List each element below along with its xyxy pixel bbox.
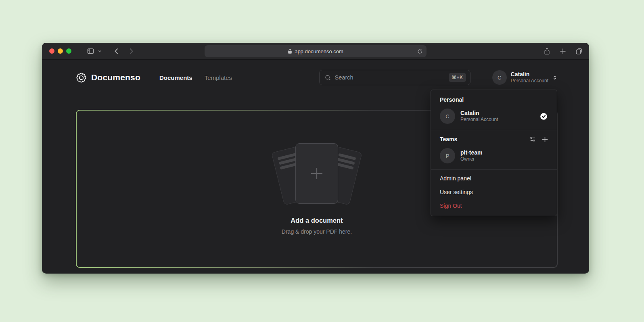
personal-account-item[interactable]: C Catalin Personal Account <box>431 107 557 129</box>
main-nav: Documents Templates <box>159 74 232 81</box>
account-menu-trigger[interactable]: C Catalin Personal Account <box>492 70 558 85</box>
brand-name: Documenso <box>91 73 140 82</box>
account-name: Catalin <box>460 109 498 117</box>
personal-section-label: Personal <box>431 92 557 107</box>
traffic-lights <box>49 48 71 54</box>
search-shortcut-badge: ⌘+K <box>449 73 466 82</box>
minimize-icon[interactable] <box>58 48 63 54</box>
browser-window: app.documenso.com <box>42 43 589 274</box>
menu-item-admin-panel[interactable]: Admin panel <box>431 171 557 185</box>
avatar: P <box>440 148 455 163</box>
app-header: Documenso Documents Templates ⌘+K C Cata… <box>76 66 558 89</box>
dropzone-title: Add a document <box>291 217 343 224</box>
forward-icon <box>129 48 134 55</box>
divider <box>431 169 557 170</box>
account-subtitle: Personal Account <box>460 117 498 123</box>
dropzone-subtitle: Drag & drop your PDF here. <box>282 228 352 235</box>
browser-toolbar: app.documenso.com <box>42 43 589 60</box>
chevrons-up-down-icon <box>552 75 558 81</box>
team-preferences-icon[interactable] <box>529 136 536 142</box>
url-text: app.documenso.com <box>295 48 343 54</box>
team-item[interactable]: P pit-team Owner <box>431 146 557 169</box>
document-card-center <box>295 143 338 204</box>
page: { "colors": { "page_bg": "#dfeeda", "win… <box>0 0 644 322</box>
account-dropdown: Personal C Catalin Personal Account Team… <box>431 90 557 216</box>
tab-overview-icon[interactable] <box>575 48 583 55</box>
team-role: Owner <box>460 156 482 163</box>
sidebar-toggle-icon[interactable] <box>87 47 94 55</box>
account-name: Catalin <box>511 71 548 78</box>
teams-section-label: Teams <box>431 132 557 146</box>
search-bar[interactable]: ⌘+K <box>319 70 470 85</box>
new-tab-icon[interactable] <box>560 48 566 54</box>
documenso-logo-icon <box>76 72 87 83</box>
brand[interactable]: Documenso <box>76 72 140 83</box>
check-circle-icon <box>539 112 548 121</box>
reload-icon[interactable] <box>417 48 423 54</box>
add-document-plus-icon <box>310 167 323 180</box>
menu-item-sign-out[interactable]: Sign Out <box>431 199 557 213</box>
address-bar[interactable]: app.documenso.com <box>205 45 427 57</box>
menu-item-user-settings[interactable]: User settings <box>431 185 557 199</box>
avatar: C <box>492 70 507 85</box>
search-input[interactable] <box>335 74 449 81</box>
chevron-down-icon[interactable] <box>98 49 102 53</box>
search-icon <box>324 74 331 81</box>
account-subtitle: Personal Account <box>511 78 548 84</box>
nav-templates[interactable]: Templates <box>205 74 232 81</box>
document-cards-illustration <box>273 143 360 205</box>
divider <box>431 130 557 130</box>
zoom-icon[interactable] <box>66 48 71 54</box>
nav-documents[interactable]: Documents <box>159 74 192 81</box>
team-name: pit-team <box>460 149 482 156</box>
back-icon[interactable] <box>114 48 119 55</box>
lock-icon <box>288 49 292 54</box>
close-icon[interactable] <box>49 48 54 54</box>
share-icon[interactable] <box>544 47 550 55</box>
avatar: C <box>440 109 455 124</box>
add-team-icon[interactable] <box>542 136 548 142</box>
